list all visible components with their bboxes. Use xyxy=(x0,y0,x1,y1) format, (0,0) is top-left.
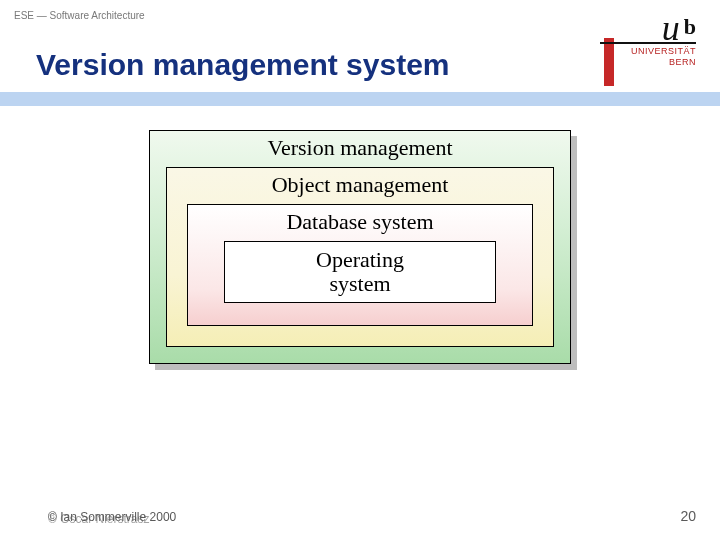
slide-footer: © Ian Sommerville 2000 © Oscar Nierstras… xyxy=(0,498,720,540)
layer-label: Version management xyxy=(150,131,570,167)
layer-operating-system: Operatingsystem xyxy=(224,241,496,303)
diagram-stage: Version management Object management Dat… xyxy=(0,130,720,498)
breadcrumb: ESE — Software Architecture xyxy=(14,10,145,21)
layer-object-management: Object management Database system Operat… xyxy=(166,167,554,347)
slide-header: ESE — Software Architecture Version mana… xyxy=(0,0,720,92)
logo-sub-line2: BERN xyxy=(600,57,696,68)
logo-glyph: ub xyxy=(600,6,696,38)
layer-label: Database system xyxy=(188,205,532,241)
layer-database-system: Database system Operatingsystem xyxy=(187,204,533,326)
layer-label: Operatingsystem xyxy=(225,242,495,302)
logo-letter-b: b xyxy=(684,17,696,37)
layer-label: Object management xyxy=(167,168,553,204)
page-number: 20 xyxy=(680,508,696,524)
logo-letter-u: u xyxy=(662,12,680,44)
university-logo: ub UNIVERSITÄT BERN xyxy=(600,6,696,68)
page-title: Version management system xyxy=(36,48,450,82)
layer-version-management: Version management Object management Dat… xyxy=(149,130,571,364)
header-band xyxy=(0,92,720,106)
copyright-text-secondary: © Oscar Nierstrasz xyxy=(48,512,150,526)
logo-divider xyxy=(600,42,696,44)
logo-subtitle: UNIVERSITÄT BERN xyxy=(600,46,696,68)
logo-sub-line1: UNIVERSITÄT xyxy=(600,46,696,57)
